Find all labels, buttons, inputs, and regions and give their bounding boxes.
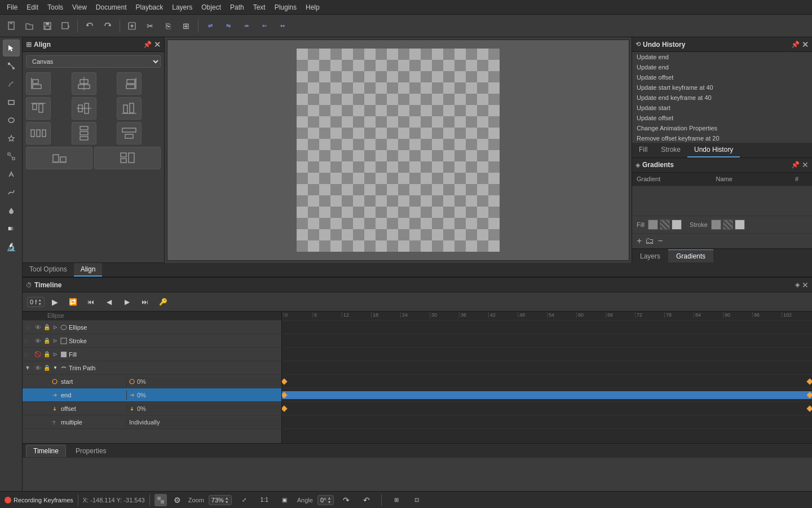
- fill-tool[interactable]: [3, 202, 20, 219]
- tab-align[interactable]: Align: [74, 263, 103, 277]
- align-extra-button[interactable]: [117, 122, 142, 144]
- align-left-edges-button[interactable]: [26, 72, 51, 95]
- timeline-close-button[interactable]: ✕: [802, 281, 809, 290]
- align-close-button[interactable]: ✕: [154, 40, 161, 49]
- lpe4-button[interactable]: ⇐: [257, 18, 272, 34]
- align-top-edges-button[interactable]: [26, 97, 51, 120]
- go-end-button[interactable]: ⏭: [137, 294, 153, 310]
- undo-pin-icon[interactable]: 📌: [791, 41, 800, 49]
- menu-tools[interactable]: Tools: [43, 2, 68, 12]
- align-pin-icon[interactable]: 📌: [143, 41, 152, 49]
- tweak-tool[interactable]: [3, 76, 20, 93]
- save-as-button[interactable]: [58, 18, 73, 34]
- next-frame-button[interactable]: ▶: [119, 294, 135, 310]
- stroke-lock-icon[interactable]: 🔒: [43, 337, 51, 345]
- canvas-area[interactable]: [167, 40, 629, 261]
- bottom-tab-timeline[interactable]: Timeline: [26, 445, 66, 457]
- cut-button[interactable]: ✂: [142, 18, 158, 34]
- menu-layers[interactable]: Layers: [167, 2, 197, 12]
- save-button[interactable]: [39, 18, 55, 34]
- calligraphy-tool[interactable]: [3, 184, 20, 201]
- undo-item-3[interactable]: Update start keyframe at 40: [632, 82, 812, 93]
- ellipse-tool[interactable]: [3, 112, 20, 129]
- undo-item-7[interactable]: Change Animation Properties: [632, 123, 812, 133]
- tab-gradients[interactable]: Gradients: [668, 249, 713, 262]
- node-tool[interactable]: [3, 58, 20, 75]
- stroke-swatch-1[interactable]: [711, 220, 721, 230]
- trim-lock-icon[interactable]: 🔒: [43, 364, 51, 372]
- align-tb-button[interactable]: ⊞: [178, 18, 194, 34]
- undo-item-8[interactable]: Remove offset keyframe at 20: [632, 133, 812, 143]
- rect-tool[interactable]: [3, 94, 20, 111]
- stroke-swatch-3[interactable]: [735, 220, 745, 230]
- trim-collapse-icon[interactable]: ▼: [25, 365, 33, 371]
- fill-lock-icon[interactable]: 🔒: [43, 351, 51, 358]
- selector-tool[interactable]: [3, 40, 20, 56]
- rotate-ccw-button[interactable]: ↶: [359, 492, 374, 508]
- undo-item-5[interactable]: Update start: [632, 103, 812, 113]
- zoom-control[interactable]: 73% ▲ ▼: [209, 495, 232, 505]
- make-vert-gaps-equal-button[interactable]: [72, 122, 96, 144]
- menu-playback[interactable]: Playback: [131, 2, 168, 12]
- undo-item-4[interactable]: Update end keyframe at 40: [632, 93, 812, 103]
- ellipse-visibility-icon[interactable]: 👁: [34, 323, 42, 331]
- menu-text[interactable]: Text: [249, 2, 270, 12]
- statusbar-view-toggle[interactable]: [155, 494, 167, 506]
- zoom-fit-button[interactable]: ⤢: [236, 492, 252, 508]
- gradients-pin-icon[interactable]: 📌: [791, 161, 800, 169]
- statusbar-settings-button[interactable]: ⚙: [171, 494, 184, 506]
- tab-layers[interactable]: Layers: [632, 250, 668, 262]
- menu-document[interactable]: Document: [91, 2, 131, 12]
- statusbar-extra-2[interactable]: ⊡: [409, 492, 425, 508]
- fill-swatch-3[interactable]: [672, 220, 682, 230]
- add-gradient-button[interactable]: +: [637, 236, 642, 246]
- make-horiz-gaps-equal-button[interactable]: [26, 122, 51, 144]
- fill-visibility-icon[interactable]: 🚫: [34, 351, 42, 358]
- trim-visibility-icon[interactable]: 👁: [34, 364, 42, 372]
- menu-object[interactable]: Object: [197, 2, 226, 12]
- menu-file[interactable]: File: [2, 2, 22, 12]
- keyframe-mode-button[interactable]: 🔑: [155, 294, 171, 310]
- ellipse-lock-icon[interactable]: 🔒: [43, 323, 51, 331]
- frame-spinner[interactable]: ▲ ▼: [38, 298, 42, 306]
- fill-swatch-2[interactable]: [660, 220, 670, 230]
- align-right-edges-button[interactable]: [117, 72, 142, 95]
- star-tool[interactable]: [3, 130, 20, 147]
- zoom-1to1-button[interactable]: 1:1: [257, 492, 272, 508]
- view-mode-button[interactable]: ▣: [277, 492, 293, 508]
- angle-spinner[interactable]: ▲ ▼: [327, 496, 331, 504]
- align-text-baseline-button[interactable]: [26, 147, 92, 169]
- play-button[interactable]: ▶: [47, 294, 63, 310]
- lpe2-button[interactable]: ⇋: [220, 18, 236, 34]
- lpe1-button[interactable]: ⇌: [202, 18, 218, 34]
- undo-close-button[interactable]: ✕: [802, 40, 809, 49]
- new-layer-button[interactable]: [124, 18, 140, 34]
- prev-frame-button[interactable]: ◀: [101, 294, 117, 310]
- connector-tool[interactable]: [3, 148, 20, 165]
- undo-item-1[interactable]: Update end: [632, 62, 812, 72]
- timeline-pin-icon[interactable]: ◈: [795, 281, 800, 288]
- go-start-button[interactable]: ⏮: [83, 294, 99, 310]
- menu-edit[interactable]: Edit: [22, 2, 43, 12]
- menu-view[interactable]: View: [68, 2, 91, 12]
- loop-button[interactable]: 🔁: [65, 294, 81, 310]
- bottom-tab-properties[interactable]: Properties: [68, 445, 114, 457]
- redo-button[interactable]: [100, 18, 116, 34]
- new-button[interactable]: [3, 18, 19, 34]
- menu-plugins[interactable]: Plugins: [270, 2, 301, 12]
- tab-tool-options[interactable]: Tool Options: [23, 263, 74, 277]
- remove-gradient-button[interactable]: −: [657, 236, 663, 246]
- prop-end[interactable]: end 0%: [23, 388, 281, 402]
- menu-help[interactable]: Help: [301, 2, 324, 12]
- lpe5-button[interactable]: ↭: [275, 18, 290, 34]
- undo-item-2[interactable]: Update offset: [632, 72, 812, 82]
- gradient-tool[interactable]: [3, 220, 20, 237]
- dropper-tool[interactable]: 🔬: [3, 238, 20, 255]
- align-relative-select[interactable]: Canvas Drawing Selection Page: [26, 55, 161, 68]
- fill-swatch-1[interactable]: [648, 220, 658, 230]
- menu-path[interactable]: Path: [226, 2, 249, 12]
- tab-stroke[interactable]: Stroke: [654, 143, 687, 157]
- undo-button[interactable]: [82, 18, 98, 34]
- fill-expand-btn[interactable]: ▷: [52, 351, 59, 358]
- timeline-keyframes[interactable]: 06121824303642485460667278849096102: [282, 312, 812, 443]
